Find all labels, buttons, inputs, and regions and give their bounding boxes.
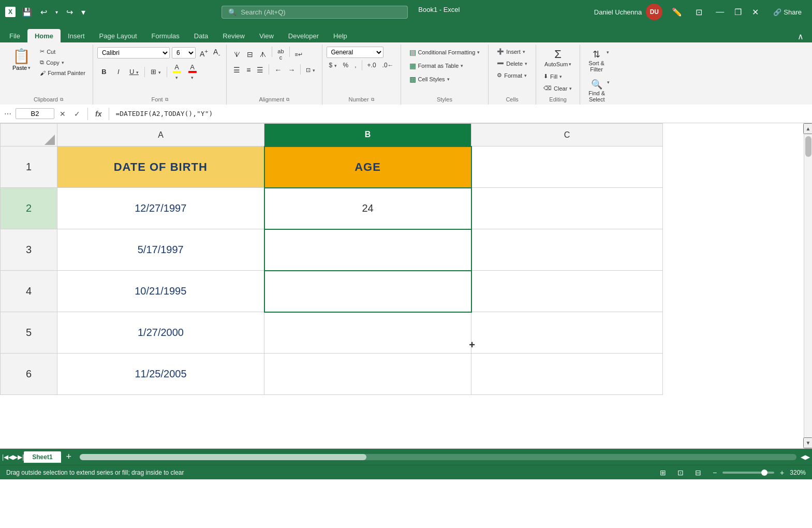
collapse-ribbon-button[interactable]: ∧ (793, 31, 808, 42)
col-header-b[interactable]: B (264, 124, 471, 146)
cell-c4[interactable] (471, 271, 663, 312)
cell-c3[interactable] (471, 229, 663, 271)
undo-dropdown[interactable]: ▾ (53, 8, 60, 16)
scroll-down-button[interactable]: ▼ (803, 437, 812, 448)
more-options-button[interactable]: ⋯ (2, 109, 13, 119)
h-scroll-right-button[interactable]: ▶ (805, 453, 810, 461)
tab-file[interactable]: File (2, 29, 27, 43)
increase-font-button[interactable]: A+ (198, 47, 210, 59)
clear-button[interactable]: ⌫ Clear ▾ (540, 83, 575, 93)
cancel-formula-button[interactable]: ✕ (56, 109, 69, 119)
zoom-out-button[interactable]: − (710, 467, 719, 478)
orientation-button[interactable]: abc (275, 47, 286, 62)
row-header-2[interactable]: 2 (1, 188, 57, 229)
cell-a4[interactable]: 10/21/1995 (57, 271, 264, 312)
alignment-expand-icon[interactable]: ⧉ (286, 97, 289, 102)
cell-a5[interactable]: 1/27/2000 (57, 312, 264, 354)
last-sheet-button[interactable]: ▶| (18, 453, 24, 461)
cut-button[interactable]: ✂ Cut (37, 47, 88, 56)
format-as-table-button[interactable]: ▦ Format as Table ▾ (405, 60, 468, 71)
h-scroll-left-button[interactable]: ◀ (801, 453, 805, 461)
cell-c5[interactable] (471, 312, 663, 354)
share-button[interactable]: 🔗 Share (768, 6, 807, 18)
col-header-a[interactable]: A (57, 124, 264, 146)
tab-insert[interactable]: Insert (61, 29, 92, 43)
cell-b2[interactable]: 24 (264, 188, 471, 229)
tab-page-layout[interactable]: Page Layout (92, 29, 144, 43)
cell-c2[interactable] (471, 188, 663, 229)
undo-button[interactable]: ↩ (38, 6, 49, 18)
decrease-decimal-button[interactable]: .0← (380, 61, 396, 70)
maximize-button[interactable]: ❐ (730, 6, 746, 18)
decrease-indent-button[interactable]: ← (272, 64, 284, 76)
minimize-button[interactable]: — (712, 6, 728, 18)
merge-center-button[interactable]: ⊡ ▾ (303, 64, 317, 76)
borders-button[interactable]: ⊞ ▾ (147, 67, 164, 77)
right-align-button[interactable]: ☰ (254, 64, 266, 76)
vertical-scrollbar[interactable]: ▲ ▼ (804, 123, 812, 448)
top-align-button[interactable]: ⩛ (231, 47, 243, 62)
save-button[interactable]: 💾 (20, 6, 34, 18)
underline-button[interactable]: U ▾ (126, 67, 142, 77)
bottom-align-button[interactable]: ⩚ (257, 47, 269, 62)
row-header-5[interactable]: 5 (1, 312, 57, 354)
paste-button[interactable]: 📋 Paste ▾ (8, 47, 35, 72)
tab-view[interactable]: View (252, 29, 281, 43)
left-align-button[interactable]: ☰ (231, 64, 243, 76)
cell-b6[interactable] (264, 354, 471, 395)
customize-qat-button[interactable]: ▾ (79, 6, 87, 18)
cell-a1[interactable]: DATE OF BIRTH (57, 146, 264, 188)
cell-a3[interactable]: 5/17/1997 (57, 229, 264, 271)
scroll-thumb[interactable] (805, 136, 811, 157)
formula-input[interactable] (113, 109, 810, 119)
center-align-button[interactable]: ≡ (244, 64, 253, 76)
increase-indent-button[interactable]: → (285, 64, 298, 76)
confirm-formula-button[interactable]: ✓ (71, 109, 83, 119)
scroll-up-button[interactable]: ▲ (803, 123, 812, 134)
increase-decimal-button[interactable]: +.0 (365, 61, 379, 70)
middle-align-button[interactable]: ⊟ (244, 47, 256, 62)
auto-sum-button[interactable]: Σ AutoSum ▾ (540, 47, 575, 69)
zoom-slider[interactable] (722, 472, 774, 474)
clipboard-expand-icon[interactable]: ⧉ (60, 97, 63, 102)
cell-styles-button[interactable]: ▩ Cell Styles ▾ (405, 74, 454, 85)
font-family-select[interactable]: Calibri (97, 47, 170, 58)
format-button[interactable]: ⚙ Format ▾ (493, 70, 531, 80)
row-header-6[interactable]: 6 (1, 354, 57, 395)
tab-review[interactable]: Review (215, 29, 252, 43)
number-expand-icon[interactable]: ⧉ (371, 97, 374, 102)
format-painter-button[interactable]: 🖌 Format Painter (37, 68, 88, 78)
edit-mode-button[interactable]: ✏️ (668, 6, 686, 18)
cell-b3[interactable] (264, 229, 471, 271)
font-size-select[interactable]: 6 (172, 47, 196, 58)
tab-home[interactable]: Home (27, 29, 61, 43)
tab-help[interactable]: Help (326, 29, 355, 43)
cell-a6[interactable]: 11/25/2005 (57, 354, 264, 395)
copy-button[interactable]: ⧉ Copy ▾ (37, 57, 88, 67)
row-header-3[interactable]: 3 (1, 229, 57, 271)
sort-filter-button[interactable]: ⇅ Sort & Filter ▾ (584, 47, 613, 75)
cell-c6[interactable] (471, 354, 663, 395)
col-header-c[interactable]: C (471, 124, 663, 146)
italic-button[interactable]: I (112, 67, 125, 77)
next-sheet-button[interactable]: ▶ (13, 453, 18, 461)
delete-button[interactable]: ➖ Delete ▾ (493, 58, 532, 68)
insert-button[interactable]: ➕ Insert ▾ (493, 47, 529, 56)
cell-reference-box[interactable] (16, 108, 54, 119)
tab-formulas[interactable]: Formulas (144, 29, 187, 43)
fill-button[interactable]: ⬇ Fill ▾ (540, 71, 565, 81)
add-sheet-button[interactable]: + (62, 450, 76, 463)
tab-data[interactable]: Data (187, 29, 215, 43)
currency-button[interactable]: $ ▾ (327, 61, 339, 70)
prev-sheet-button[interactable]: ◀ (8, 453, 13, 461)
bold-button[interactable]: B (97, 67, 111, 77)
cell-b4[interactable] (264, 271, 471, 312)
cell-c1[interactable] (471, 146, 663, 188)
scroll-track[interactable] (804, 134, 812, 437)
redo-button[interactable]: ↪ (64, 6, 75, 18)
cell-a2[interactable]: 12/27/1997 (57, 188, 264, 229)
sheet-tab-sheet1[interactable]: Sheet1 (24, 451, 61, 463)
horizontal-scrollbar[interactable] (80, 454, 796, 460)
cell-b1[interactable]: AGE (264, 146, 471, 188)
number-format-select[interactable]: General (327, 47, 383, 58)
